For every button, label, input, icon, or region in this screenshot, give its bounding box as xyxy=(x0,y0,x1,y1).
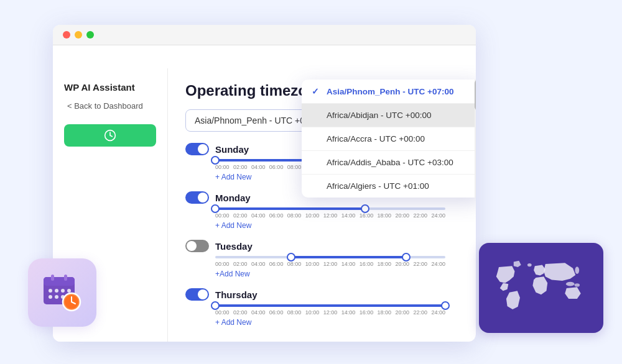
svg-point-8 xyxy=(55,295,58,299)
slider-thumb-right[interactable] xyxy=(441,301,450,310)
dropdown-item-label-0: Asia/Phnom_Penh - UTC +07:00 xyxy=(327,87,453,96)
dot-yellow xyxy=(75,31,82,39)
slider-thumb-right[interactable] xyxy=(402,253,411,262)
slider-wrap-monday: 00:0002:0004:0006:0008:0010:0012:0014:00… xyxy=(215,207,458,219)
slider-labels: 00:0002:0004:0006:0008:0010:0012:0014:00… xyxy=(215,212,445,219)
dropdown-item-3[interactable]: Africa/Addis_Ababa - UTC +03:00 xyxy=(302,151,476,175)
day-label-sunday: Sunday xyxy=(215,144,249,155)
world-map-card xyxy=(479,243,603,333)
svg-rect-11 xyxy=(64,275,67,281)
day-row-tuesday: Tuesday 00:0002:0004:0006:0008:0010:0012… xyxy=(185,240,458,278)
slider-thumb-left[interactable] xyxy=(287,253,295,262)
svg-point-17 xyxy=(575,283,580,286)
svg-point-3 xyxy=(49,289,52,293)
slider-thumb-left[interactable] xyxy=(211,156,220,165)
dot-red xyxy=(63,31,70,39)
dropdown-item-label-2: Africa/Accra - UTC +00:00 xyxy=(327,134,425,143)
slider-labels: 00:0002:0004:0006:0008:0010:0012:0014:00… xyxy=(215,309,445,316)
dropdown-item-label-4: Africa/Algiers - UTC +01:00 xyxy=(327,181,429,191)
day-label-monday: Monday xyxy=(215,193,251,203)
svg-point-5 xyxy=(61,289,65,293)
browser-titlebar xyxy=(53,25,476,45)
toggle-monday[interactable] xyxy=(185,191,209,204)
add-new-link-monday[interactable]: + Add New xyxy=(215,221,458,230)
toggle-thursday[interactable] xyxy=(185,288,209,301)
slider-labels: 00:0002:0004:0006:0008:0010:0012:0014:00… xyxy=(215,261,445,267)
day-header-tuesday: Tuesday xyxy=(185,240,458,252)
slider-fill xyxy=(215,207,365,210)
dropdown-scrollbar[interactable] xyxy=(475,80,476,198)
toggle-knob xyxy=(198,144,208,154)
back-to-dashboard-link[interactable]: < Back to Dashboard xyxy=(53,99,167,113)
sidebar-title: WP AI Assistant xyxy=(53,68,167,99)
svg-point-7 xyxy=(49,295,52,299)
slider-track-thursday[interactable] xyxy=(215,304,445,307)
browser-body: WP AI Assistant < Back to Dashboard Oper… xyxy=(53,45,476,339)
slider-thumb-left[interactable] xyxy=(211,204,220,213)
svg-point-19 xyxy=(527,263,532,266)
toggle-tuesday[interactable] xyxy=(185,240,209,252)
slider-wrap-tuesday: 00:0002:0004:0006:0008:0010:0012:0014:00… xyxy=(215,256,458,267)
svg-rect-10 xyxy=(51,275,54,281)
slider-fill xyxy=(215,304,445,307)
svg-rect-2 xyxy=(44,277,75,286)
slider-track-monday[interactable] xyxy=(215,207,445,210)
add-new-link-thursday[interactable]: + Add New xyxy=(215,318,458,327)
sidebar-green-button[interactable] xyxy=(64,124,156,147)
dropdown-item-4[interactable]: Africa/Algiers - UTC +01:00 xyxy=(302,175,476,198)
svg-point-18 xyxy=(575,266,579,274)
slider-track-tuesday[interactable] xyxy=(215,256,445,258)
browser-window: WP AI Assistant < Back to Dashboard Oper… xyxy=(53,25,476,342)
slider-thumb-right[interactable] xyxy=(361,204,369,213)
svg-point-4 xyxy=(55,289,58,293)
check-icon-0: ✓ xyxy=(312,86,322,96)
clock-icon xyxy=(104,129,116,142)
toggle-knob xyxy=(198,193,208,202)
dropdown-item-label-3: Africa/Addis_Ababa - UTC +03:00 xyxy=(327,158,453,167)
dropdown-item-0[interactable]: ✓ Asia/Phnom_Penh - UTC +07:00 xyxy=(302,80,476,104)
slider-fill xyxy=(291,256,406,258)
back-label: < Back to Dashboard xyxy=(67,101,143,111)
dropdown-items-list: ✓ Asia/Phnom_Penh - UTC +07:00 Africa/Ab… xyxy=(302,80,476,198)
svg-point-6 xyxy=(67,289,71,293)
day-header-thursday: Thursday xyxy=(185,288,458,301)
slider-thumb-left[interactable] xyxy=(211,301,220,310)
svg-point-16 xyxy=(566,281,575,286)
calendar-clock-icon xyxy=(40,270,84,316)
slider-wrap-thursday: 00:0002:0004:0006:0008:0010:0012:0014:00… xyxy=(215,304,458,316)
toggle-knob xyxy=(198,289,208,299)
day-row-thursday: Thursday 00:0002:0004:0006:0008:0010:001… xyxy=(185,288,458,327)
toggle-knob xyxy=(187,241,197,251)
day-label-tuesday: Tuesday xyxy=(215,241,253,252)
dropdown-item-label-1: Africa/Abidjan - UTC +00:00 xyxy=(327,111,431,120)
day-label-thursday: Thursday xyxy=(215,289,258,300)
dropdown-scrollbar-thumb[interactable] xyxy=(475,80,476,111)
world-map-svg xyxy=(488,254,594,322)
dot-green xyxy=(86,31,94,39)
calendar-icon-card xyxy=(28,258,96,327)
dropdown-item-2[interactable]: Africa/Accra - UTC +00:00 xyxy=(302,127,476,151)
add-new-link-tuesday[interactable]: +Add New xyxy=(215,270,458,278)
timezone-dropdown: ✓ Asia/Phnom_Penh - UTC +07:00 Africa/Ab… xyxy=(302,80,476,198)
toggle-sunday[interactable] xyxy=(185,143,209,155)
dropdown-item-1[interactable]: Africa/Abidjan - UTC +00:00 xyxy=(302,104,476,127)
